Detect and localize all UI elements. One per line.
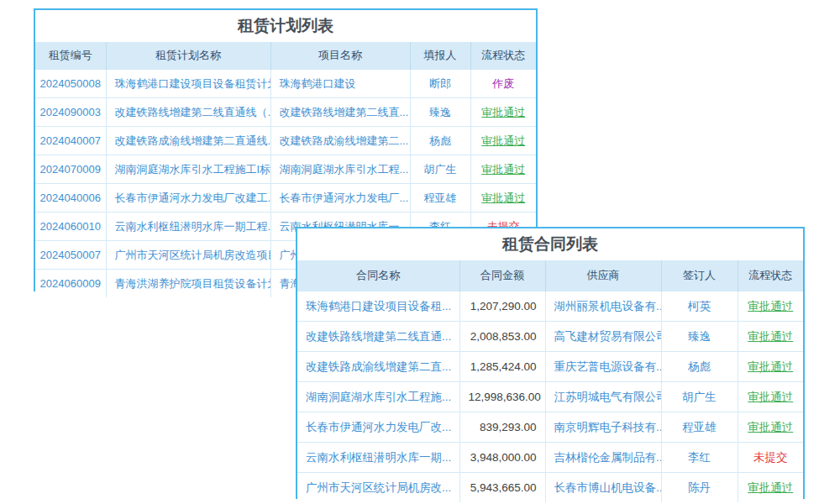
supplier-cell: 重庆艺普电源设备有... <box>545 352 661 382</box>
contract-name-cell: 改建铁路线增建第二线直通... <box>297 322 459 352</box>
lease-contract-table: 合同名称 合同金额 供应商 签订人 流程状态 珠海鹤港口建设项目设备租... 1… <box>297 260 803 502</box>
contract-name-cell: 云南水利枢纽潜明水库一期... <box>297 443 459 473</box>
signer-cell: 臻逸 <box>661 322 738 352</box>
contract-amount-cell: 12,998,636.00 <box>459 382 545 412</box>
supplier-cell: 吉林楷伦金属制品有... <box>545 443 661 473</box>
project-name-cell: 长春市伊通河水力发电厂... <box>270 184 410 213</box>
col-header-signer: 签订人 <box>661 260 738 291</box>
table-row[interactable]: 2024040006 长春市伊通河水力发电厂改建工... 长春市伊通河水力发电厂… <box>35 184 536 213</box>
project-name-cell: 湖南洞庭湖水库引水工程... <box>270 155 410 184</box>
contract-amount-cell: 5,943,665.00 <box>459 473 545 503</box>
col-header-status: 流程状态 <box>738 260 803 291</box>
status-cell[interactable]: 审批通过 <box>738 412 803 443</box>
table-row[interactable]: 广州市天河区统计局机房改... 5,943,665.00 长春市博山机电设备..… <box>297 473 803 503</box>
contract-amount-cell: 1,207,290.00 <box>459 291 545 322</box>
reporter-cell: 杨彪 <box>410 127 470 155</box>
col-header-lease-id: 租赁编号 <box>35 42 106 70</box>
lease-id-cell: 2024040006 <box>35 184 106 213</box>
supplier-cell: 南京明辉电子科技有... <box>545 412 661 443</box>
lease-plan-title: 租赁计划列表 <box>35 10 536 42</box>
supplier-cell: 江苏明城电气有限公司 <box>545 382 661 412</box>
status-cell[interactable]: 未提交 <box>738 443 803 473</box>
lease-id-cell: 2024060009 <box>35 270 106 298</box>
status-cell[interactable]: 作废 <box>470 70 536 98</box>
plan-name-cell: 长春市伊通河水力发电厂改建工... <box>106 184 270 213</box>
supplier-cell: 高飞建材贸易有限公司 <box>545 322 661 352</box>
table-row[interactable]: 云南水利枢纽潜明水库一期... 3,948,000.00 吉林楷伦金属制品有..… <box>297 443 803 473</box>
status-cell[interactable]: 审批通过 <box>738 473 803 503</box>
contract-amount-cell: 3,948,000.00 <box>459 443 545 473</box>
col-header-supplier: 供应商 <box>545 260 661 291</box>
signer-cell: 杨彪 <box>661 352 738 382</box>
reporter-cell: 臻逸 <box>410 98 470 127</box>
table-row[interactable]: 湖南洞庭湖水库引水工程施... 12,998,636.00 江苏明城电气有限公司… <box>297 382 803 412</box>
contract-amount-cell: 839,293.00 <box>459 412 545 443</box>
supplier-cell: 长春市博山机电设备... <box>545 473 661 503</box>
plan-name-cell: 青海洪湖养护院项目租赁设备计划 <box>106 270 270 298</box>
status-cell[interactable]: 审批通过 <box>738 382 803 412</box>
table-row[interactable]: 2024070009 湖南洞庭湖水库引水工程施工I标... 湖南洞庭湖水库引水工… <box>35 155 536 184</box>
plan-name-cell: 湖南洞庭湖水库引水工程施工I标... <box>106 155 270 184</box>
lease-contract-header-row: 合同名称 合同金额 供应商 签订人 流程状态 <box>297 260 803 291</box>
contract-amount-cell: 2,008,853.00 <box>459 322 545 352</box>
table-row[interactable]: 2024040007 改建铁路成渝线增建第二直通线... 改建铁路成渝线增建第二… <box>35 127 536 155</box>
table-row[interactable]: 2024090003 改建铁路线增建第二线直通线（... 改建铁路线增建第二线直… <box>35 98 536 127</box>
reporter-cell: 胡广生 <box>410 155 470 184</box>
col-header-reporter: 填报人 <box>410 42 470 70</box>
contract-name-cell: 珠海鹤港口建设项目设备租... <box>297 291 459 322</box>
plan-name-cell: 广州市天河区统计局机房改造项目 <box>106 241 270 270</box>
project-name-cell: 改建铁路成渝线增建第二... <box>270 127 410 155</box>
lease-id-cell: 2024090003 <box>35 98 106 127</box>
lease-id-cell: 2024050007 <box>35 241 106 270</box>
lease-id-cell: 2024050008 <box>35 70 106 98</box>
col-header-contract-name: 合同名称 <box>297 260 459 291</box>
plan-name-cell: 珠海鹤港口建设项目设备租赁计划 <box>106 70 270 98</box>
plan-name-cell: 改建铁路成渝线增建第二直通线... <box>106 127 270 155</box>
table-row[interactable]: 2024050008 珠海鹤港口建设项目设备租赁计划 珠海鹤港口建设 断郎 作废 <box>35 70 536 98</box>
table-row[interactable]: 改建铁路线增建第二线直通... 2,008,853.00 高飞建材贸易有限公司 … <box>297 322 803 352</box>
signer-cell: 程亚雄 <box>661 412 738 443</box>
status-cell[interactable]: 审批通过 <box>470 155 536 184</box>
contract-name-cell: 广州市天河区统计局机房改... <box>297 473 459 503</box>
col-header-contract-amount: 合同金额 <box>459 260 545 291</box>
reporter-cell: 断郎 <box>410 70 470 98</box>
contract-name-cell: 湖南洞庭湖水库引水工程施... <box>297 382 459 412</box>
project-name-cell: 珠海鹤港口建设 <box>270 70 410 98</box>
table-row[interactable]: 长春市伊通河水力发电厂改... 839,293.00 南京明辉电子科技有... … <box>297 412 803 443</box>
status-cell[interactable]: 审批通过 <box>738 291 803 322</box>
plan-name-cell: 云南水利枢纽潜明水库一期工程... <box>106 213 270 241</box>
status-cell[interactable]: 审批通过 <box>470 98 536 127</box>
status-cell[interactable]: 审批通过 <box>470 127 536 155</box>
plan-name-cell: 改建铁路线增建第二线直通线（... <box>106 98 270 127</box>
lease-plan-header-row: 租赁编号 租赁计划名称 项目名称 填报人 流程状态 <box>35 42 536 70</box>
lease-contract-title: 租赁合同列表 <box>297 228 803 260</box>
table-row[interactable]: 改建铁路成渝线增建第二直... 1,285,424.00 重庆艺普电源设备有..… <box>297 352 803 382</box>
signer-cell: 柯英 <box>661 291 738 322</box>
lease-id-cell: 2024070009 <box>35 155 106 184</box>
lease-contract-card: 租赁合同列表 合同名称 合同金额 供应商 签订人 流程状态 珠海鹤港口建设项目设… <box>296 227 805 499</box>
contract-name-cell: 长春市伊通河水力发电厂改... <box>297 412 459 443</box>
signer-cell: 陈丹 <box>661 473 738 503</box>
col-header-status: 流程状态 <box>470 42 536 70</box>
col-header-project-name: 项目名称 <box>270 42 410 70</box>
reporter-cell: 程亚雄 <box>410 184 470 213</box>
table-row[interactable]: 珠海鹤港口建设项目设备租... 1,207,290.00 湖州丽景机电设备有..… <box>297 291 803 322</box>
status-cell[interactable]: 审批通过 <box>470 184 536 213</box>
status-cell[interactable]: 审批通过 <box>738 352 803 382</box>
signer-cell: 李红 <box>661 443 738 473</box>
lease-id-cell: 2024040007 <box>35 127 106 155</box>
project-name-cell: 改建铁路线增建第二线直... <box>270 98 410 127</box>
col-header-plan-name: 租赁计划名称 <box>106 42 270 70</box>
signer-cell: 胡广生 <box>661 382 738 412</box>
contract-name-cell: 改建铁路成渝线增建第二直... <box>297 352 459 382</box>
status-cell[interactable]: 审批通过 <box>738 322 803 352</box>
lease-id-cell: 2024060010 <box>35 213 106 241</box>
supplier-cell: 湖州丽景机电设备有... <box>545 291 661 322</box>
contract-amount-cell: 1,285,424.00 <box>459 352 545 382</box>
